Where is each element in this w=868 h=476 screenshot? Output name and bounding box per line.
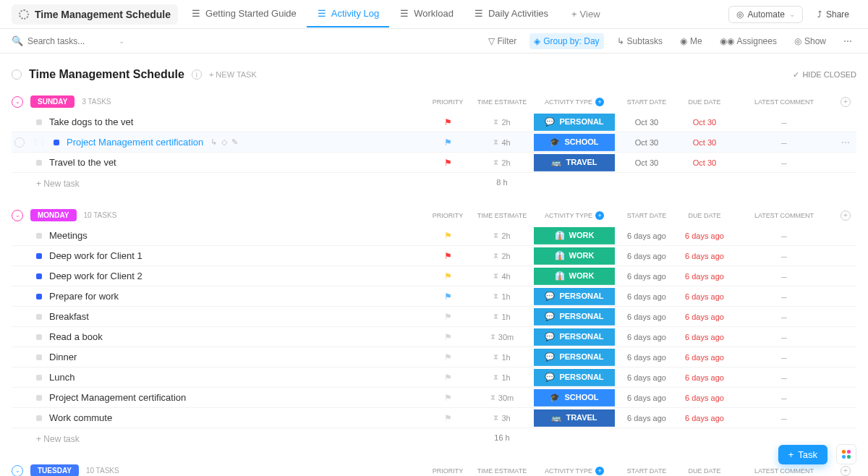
share-button[interactable]: ⤴ Share bbox=[810, 7, 856, 22]
task-row[interactable]: Project Management certification⚑⧗30m🎓SC… bbox=[12, 388, 856, 408]
col-header-comment[interactable]: LATEST COMMENT bbox=[733, 467, 835, 475]
status-square[interactable] bbox=[36, 375, 42, 381]
status-square[interactable] bbox=[36, 294, 42, 299]
day-pill[interactable]: TUESDAY bbox=[30, 464, 79, 476]
tab-getting-started-guide[interactable]: ☰Getting Started Guide bbox=[181, 1, 307, 27]
col-header-due[interactable]: DUE DATE bbox=[676, 98, 733, 106]
col-header-activity[interactable]: ACTIVITY TYPE+ bbox=[531, 98, 618, 106]
due-date-cell[interactable]: 6 days ago bbox=[676, 394, 733, 402]
due-date-cell[interactable]: 6 days ago bbox=[676, 292, 733, 301]
priority-cell[interactable]: ⚑ bbox=[422, 158, 473, 168]
comment-cell[interactable]: – bbox=[733, 311, 835, 323]
comment-cell[interactable]: – bbox=[733, 230, 835, 242]
priority-cell[interactable]: ⚑ bbox=[422, 312, 473, 322]
estimate-cell[interactable]: ⧗2h bbox=[473, 158, 531, 167]
task-title[interactable]: Deep work for Client 1 bbox=[49, 250, 142, 261]
estimate-cell[interactable]: ⧗4h bbox=[473, 138, 531, 147]
status-square[interactable] bbox=[36, 354, 42, 360]
estimate-cell[interactable]: ⧗30m bbox=[473, 333, 531, 341]
estimate-cell[interactable]: ⧗30m bbox=[473, 394, 531, 402]
status-square[interactable] bbox=[36, 395, 42, 401]
priority-cell[interactable]: ⚑ bbox=[422, 373, 473, 383]
priority-cell[interactable]: ⚑ bbox=[422, 271, 473, 281]
col-header-comment[interactable]: LATEST COMMENT bbox=[733, 98, 835, 106]
new-task-button[interactable]: + NEW TASK bbox=[209, 70, 257, 79]
task-row[interactable]: Deep work for Client 2⚑⧗4h👔WORK6 days ag… bbox=[12, 266, 856, 286]
task-title[interactable]: Project Management certification bbox=[49, 392, 186, 403]
complete-circle[interactable] bbox=[14, 137, 25, 148]
start-date-cell[interactable]: 6 days ago bbox=[618, 394, 676, 402]
activity-cell[interactable]: 💬PERSONAL bbox=[531, 308, 618, 326]
task-row[interactable]: Deep work for Client 1⚑⧗2h👔WORK6 days ag… bbox=[12, 246, 856, 266]
due-date-cell[interactable]: 6 days ago bbox=[676, 373, 733, 382]
activity-cell[interactable]: 💬PERSONAL bbox=[531, 349, 618, 366]
add-column-button[interactable]: + bbox=[835, 97, 856, 107]
due-date-cell[interactable]: 6 days ago bbox=[676, 252, 733, 260]
task-title[interactable]: Deep work for Client 2 bbox=[49, 271, 142, 281]
drag-handle-icon[interactable]: ⋮⋮ bbox=[32, 138, 46, 146]
estimate-cell[interactable]: ⧗4h bbox=[473, 272, 531, 281]
task-title[interactable]: Lunch bbox=[49, 372, 75, 383]
app-title[interactable]: Time Management Schedule bbox=[12, 4, 178, 25]
due-date-cell[interactable]: 6 days ago bbox=[676, 353, 733, 362]
comment-cell[interactable]: – bbox=[733, 331, 835, 343]
new-task-row-button[interactable]: + New task bbox=[12, 428, 80, 447]
col-header-priority[interactable]: PRIORITY bbox=[422, 212, 473, 219]
comment-cell[interactable]: – bbox=[733, 250, 835, 262]
task-title[interactable]: Breakfast bbox=[49, 311, 89, 322]
comment-cell[interactable]: – bbox=[733, 372, 835, 383]
show-button[interactable]: ◎Show bbox=[790, 33, 830, 49]
status-square[interactable] bbox=[36, 314, 42, 320]
task-row[interactable]: Dinner⚑⧗1h💬PERSONAL6 days ago6 days ago– bbox=[12, 347, 856, 367]
start-date-cell[interactable]: 6 days ago bbox=[618, 292, 676, 301]
due-date-cell[interactable]: 6 days ago bbox=[676, 231, 733, 240]
status-square[interactable] bbox=[36, 119, 42, 125]
task-row[interactable]: Read a book⚑⧗30m💬PERSONAL6 days ago6 day… bbox=[12, 327, 856, 347]
col-header-priority[interactable]: PRIORITY bbox=[422, 467, 473, 475]
start-date-cell[interactable]: 6 days ago bbox=[618, 272, 676, 281]
group-toggle[interactable]: ⌄ bbox=[12, 210, 23, 221]
task-row[interactable]: Prepare for work⚑⧗1h💬PERSONAL6 days ago6… bbox=[12, 286, 856, 307]
task-row[interactable]: Travel to the vet⚑⧗2h🚌TRAVELOct 30Oct 30… bbox=[12, 153, 856, 173]
day-pill[interactable]: SUNDAY bbox=[30, 95, 75, 108]
activity-cell[interactable]: 🎓SCHOOL bbox=[531, 134, 618, 151]
estimate-cell[interactable]: ⧗2h bbox=[473, 231, 531, 240]
estimate-cell[interactable]: ⧗3h bbox=[473, 414, 531, 422]
task-title[interactable]: Work commute bbox=[49, 412, 112, 423]
start-date-cell[interactable]: 6 days ago bbox=[618, 231, 676, 240]
status-square[interactable] bbox=[36, 273, 42, 279]
status-square[interactable] bbox=[36, 334, 42, 340]
comment-cell[interactable]: – bbox=[733, 137, 835, 148]
task-title[interactable]: Meetings bbox=[49, 230, 88, 241]
task-row[interactable]: Lunch⚑⧗1h💬PERSONAL6 days ago6 days ago– bbox=[12, 367, 856, 388]
task-row[interactable]: Breakfast⚑⧗1h💬PERSONAL6 days ago6 days a… bbox=[12, 307, 856, 327]
col-header-due[interactable]: DUE DATE bbox=[676, 467, 733, 475]
tab-workload[interactable]: ☰Workload bbox=[389, 1, 464, 27]
comment-cell[interactable]: – bbox=[733, 116, 835, 128]
task-row[interactable]: Work commute⚑⧗3h🚌TRAVEL6 days ago6 days … bbox=[12, 408, 856, 428]
estimate-cell[interactable]: ⧗2h bbox=[473, 252, 531, 260]
tag-icon[interactable]: ◇ bbox=[221, 137, 227, 147]
priority-cell[interactable]: ⚑ bbox=[422, 393, 473, 403]
task-title[interactable]: Project Management certification bbox=[67, 137, 203, 148]
activity-cell[interactable]: 🚌TRAVEL bbox=[531, 154, 618, 171]
subtasks-button[interactable]: ↳Subtasks bbox=[613, 33, 667, 49]
task-title[interactable]: Dinner bbox=[49, 352, 77, 362]
due-date-cell[interactable]: Oct 30 bbox=[676, 118, 733, 127]
comment-cell[interactable]: – bbox=[733, 157, 835, 169]
group-toggle[interactable]: ⌄ bbox=[12, 465, 23, 477]
priority-cell[interactable]: ⚑ bbox=[422, 292, 473, 302]
task-row[interactable]: Meetings⚑⧗2h👔WORK6 days ago6 days ago– bbox=[12, 226, 856, 246]
activity-cell[interactable]: 💬PERSONAL bbox=[531, 369, 618, 386]
col-header-estimate[interactable]: TIME ESTIMATE bbox=[473, 467, 531, 475]
priority-cell[interactable]: ⚑ bbox=[422, 352, 473, 362]
due-date-cell[interactable]: 6 days ago bbox=[676, 414, 733, 422]
comment-cell[interactable]: – bbox=[733, 392, 835, 404]
activity-cell[interactable]: 🎓SCHOOL bbox=[531, 389, 618, 407]
filter-button[interactable]: ▽Filter bbox=[484, 33, 522, 49]
activity-cell[interactable]: 💬PERSONAL bbox=[531, 288, 618, 305]
priority-cell[interactable]: ⚑ bbox=[422, 413, 473, 423]
estimate-cell[interactable]: ⧗1h bbox=[473, 373, 531, 382]
col-header-activity[interactable]: ACTIVITY TYPE+ bbox=[531, 211, 618, 220]
start-date-cell[interactable]: 6 days ago bbox=[618, 414, 676, 422]
